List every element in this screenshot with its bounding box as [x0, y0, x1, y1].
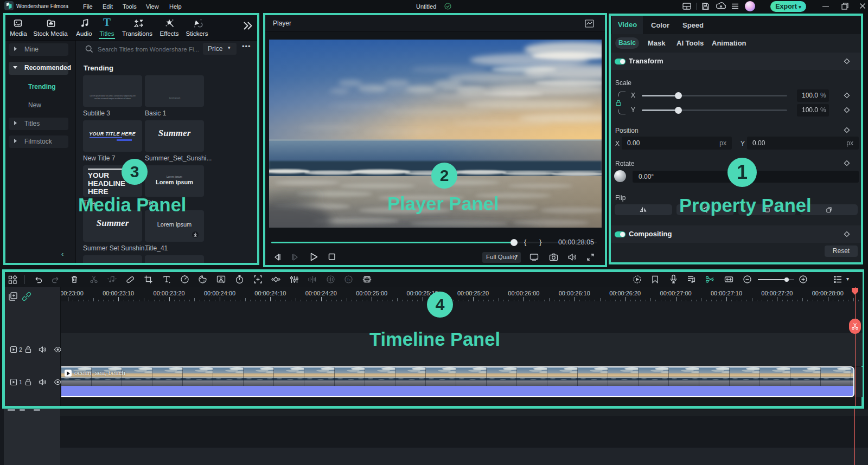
svg-text:Tx: Tx: [347, 278, 350, 281]
